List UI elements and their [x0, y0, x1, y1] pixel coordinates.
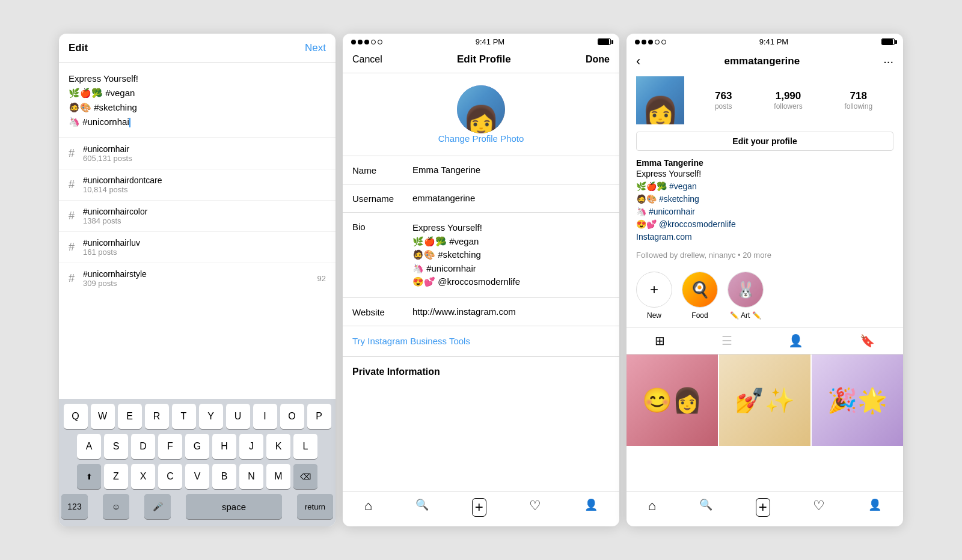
- key-b[interactable]: B: [212, 464, 236, 489]
- keyboard-row2: A S D F G H J K L: [61, 434, 333, 459]
- followers-count: 1,990: [774, 90, 802, 102]
- hashtag-post-count: 1384 posts: [83, 216, 326, 225]
- bio-section: Emma Tangerine Express Yourself! 🌿🍎🥦 #ve…: [627, 158, 903, 251]
- highlight-art[interactable]: 🐰 ✏️ Art ✏️: [728, 272, 764, 320]
- nav-home-icon[interactable]: ⌂: [364, 498, 372, 517]
- hashtag-suggestion-item[interactable]: # #unicornhaircolor 1384 posts: [59, 201, 335, 232]
- nav-profile-icon-3[interactable]: 👤: [868, 498, 881, 517]
- key-emoji[interactable]: ☺: [103, 494, 129, 519]
- website-value[interactable]: http://www.instagram.com: [412, 306, 610, 317]
- key-s[interactable]: S: [104, 434, 128, 459]
- more-options-button[interactable]: ···: [883, 55, 893, 68]
- followed-by: Followed by drellew, ninanyc • 20 more: [627, 251, 903, 267]
- key-o[interactable]: O: [280, 404, 304, 429]
- highlight-new[interactable]: + New: [636, 272, 672, 320]
- grid-cell-2[interactable]: 💅✨: [719, 355, 810, 446]
- key-w[interactable]: W: [91, 404, 115, 429]
- key-c[interactable]: C: [158, 464, 182, 489]
- key-k[interactable]: K: [266, 434, 290, 459]
- key-e[interactable]: E: [118, 404, 142, 429]
- hashtag-suggestion-item[interactable]: # #unicornhairdontcare 10,814 posts: [59, 169, 335, 201]
- food-image: 🍳: [682, 272, 717, 307]
- key-x[interactable]: X: [131, 464, 155, 489]
- done-button[interactable]: Done: [586, 54, 610, 65]
- nav-heart-icon[interactable]: ♡: [529, 498, 541, 517]
- dot4: [655, 40, 660, 44]
- key-v[interactable]: V: [185, 464, 209, 489]
- bio-value[interactable]: Express Yourself!🌿🍎🥦 #vegan🧔🎨 #sketching…: [412, 221, 610, 289]
- photo-1: 😊👩: [627, 355, 718, 446]
- caption-editor[interactable]: Express Yourself! 🌿🍎🥦 #vegan 🧔🎨 #sketchi…: [59, 63, 335, 138]
- private-info-label[interactable]: Private Information: [352, 367, 440, 377]
- nav-plus-icon[interactable]: +: [472, 498, 486, 517]
- hash-icon: #: [69, 210, 75, 222]
- key-u[interactable]: U: [226, 404, 250, 429]
- highlight-food[interactable]: 🍳 Food: [682, 272, 718, 320]
- grid-cell-1[interactable]: 😊👩: [627, 355, 718, 446]
- edit-profile-button[interactable]: Edit your profile: [636, 132, 893, 151]
- hashtag-unicornhair[interactable]: #unicornhair: [649, 207, 695, 216]
- photo-grid: 😊👩 💅✨ 🎉🌟: [627, 355, 903, 492]
- change-photo-button[interactable]: Change Profile Photo: [438, 133, 524, 144]
- key-q[interactable]: Q: [64, 404, 88, 429]
- hashtag-suggestion-item[interactable]: # #unicornhairstyle 309 posts 92: [59, 263, 335, 294]
- key-j[interactable]: J: [239, 434, 263, 459]
- key-num[interactable]: 123: [61, 494, 88, 519]
- key-m[interactable]: M: [266, 464, 290, 489]
- highlight-food-label: Food: [691, 311, 708, 320]
- back-button[interactable]: ‹: [636, 53, 640, 69]
- key-t[interactable]: T: [172, 404, 196, 429]
- nav-search-icon-3[interactable]: 🔍: [699, 498, 712, 517]
- key-n[interactable]: N: [239, 464, 263, 489]
- username-value[interactable]: emmatangerine: [412, 193, 610, 203]
- key-p[interactable]: P: [307, 404, 331, 429]
- tag-tab[interactable]: 👤: [788, 333, 803, 348]
- key-l[interactable]: L: [293, 434, 317, 459]
- followers-stat: 1,990 followers: [774, 90, 802, 111]
- key-space[interactable]: space: [186, 494, 282, 519]
- hash-icon: #: [69, 241, 75, 254]
- saved-tab[interactable]: 🔖: [860, 333, 875, 348]
- nav-home-icon-3[interactable]: ⌂: [648, 498, 656, 517]
- phone2-header: Cancel Edit Profile Done: [343, 49, 619, 73]
- nav-profile-icon[interactable]: 👤: [584, 498, 598, 517]
- profile-link[interactable]: Instagram.com: [636, 232, 692, 242]
- mention-kroccos[interactable]: @kroccosmodernlife: [659, 219, 736, 229]
- key-z[interactable]: Z: [104, 464, 128, 489]
- highlights-section: + New 🍳 Food 🐰 ✏️ Art ✏️: [627, 267, 903, 327]
- key-shift[interactable]: ⬆: [77, 464, 101, 489]
- next-button[interactable]: Next: [305, 42, 326, 54]
- key-h[interactable]: H: [212, 434, 236, 459]
- key-delete[interactable]: ⌫: [293, 464, 317, 489]
- hashtag-post-count: 605,131 posts: [83, 154, 326, 163]
- nav-plus-icon-3[interactable]: +: [756, 498, 770, 517]
- photo-3: 🎉🌟: [812, 355, 903, 446]
- business-tools-section: Try Instagram Business Tools: [343, 326, 619, 357]
- key-i[interactable]: I: [253, 404, 277, 429]
- cancel-button[interactable]: Cancel: [352, 54, 382, 65]
- bio-field: Bio Express Yourself!🌿🍎🥦 #vegan🧔🎨 #sketc…: [343, 213, 619, 298]
- nav-search-icon[interactable]: 🔍: [415, 498, 429, 517]
- hashtag-suggestion-item[interactable]: # #unicornhair 605,131 posts: [59, 138, 335, 169]
- business-tools-button[interactable]: Try Instagram Business Tools: [352, 336, 470, 346]
- key-g[interactable]: G: [185, 434, 209, 459]
- list-tab[interactable]: ☰: [721, 333, 732, 348]
- key-f[interactable]: F: [158, 434, 182, 459]
- key-y[interactable]: Y: [199, 404, 223, 429]
- nav-heart-icon-3[interactable]: ♡: [813, 498, 825, 517]
- key-return[interactable]: return: [297, 494, 333, 519]
- key-r[interactable]: R: [145, 404, 169, 429]
- highlight-art-circle: 🐰: [728, 272, 764, 308]
- hashtag-post-count: 309 posts: [83, 279, 317, 288]
- key-d[interactable]: D: [131, 434, 155, 459]
- grid-cell-3[interactable]: 🎉🌟: [812, 355, 903, 446]
- name-value[interactable]: Emma Tangerine: [412, 165, 610, 175]
- phone1-frame: Edit Next Express Yourself! 🌿🍎🥦 #vegan 🧔…: [59, 34, 335, 526]
- key-mic[interactable]: 🎤: [144, 494, 171, 519]
- bio-label: Bio: [352, 221, 412, 232]
- grid-tab[interactable]: ⊞: [655, 333, 665, 348]
- hashtag-sketching[interactable]: #sketching: [659, 194, 699, 204]
- hashtag-vegan[interactable]: #vegan: [669, 181, 697, 191]
- key-a[interactable]: A: [77, 434, 101, 459]
- hashtag-suggestion-item[interactable]: # #unicornhairluv 161 posts: [59, 232, 335, 263]
